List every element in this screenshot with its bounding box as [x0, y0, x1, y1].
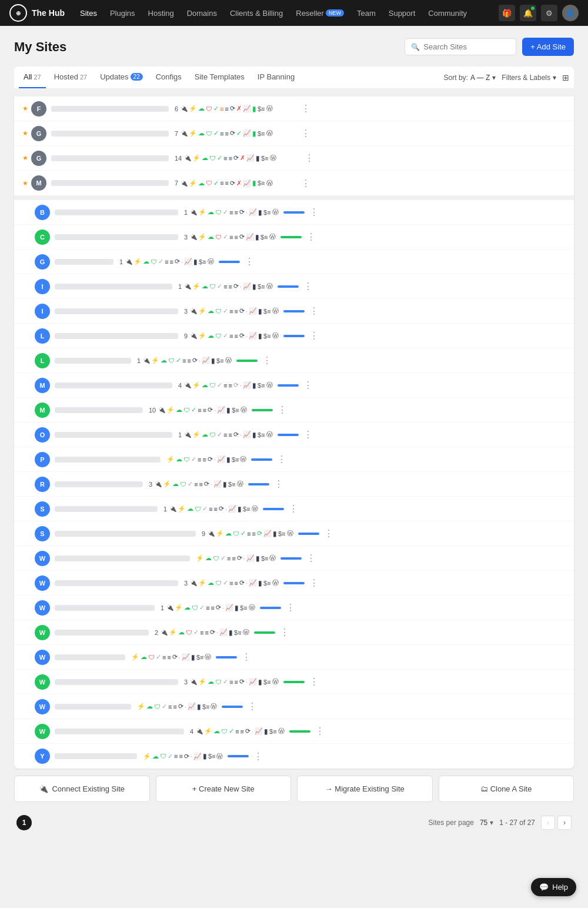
more-icon[interactable]: ⋮ — [309, 207, 319, 218]
site-name[interactable] — [55, 259, 113, 265]
site-name[interactable] — [55, 704, 131, 710]
more-icon[interactable]: ⋮ — [289, 503, 298, 514]
tab-updates[interactable]: Updates 22 — [95, 66, 148, 88]
label-bar — [254, 631, 275, 634]
more-icon[interactable]: ⋮ — [301, 178, 310, 189]
search-input[interactable] — [423, 42, 510, 51]
more-icon[interactable]: ⋮ — [242, 651, 251, 663]
connect-existing-site-button[interactable]: 🔌 Connect Existing Site — [14, 776, 150, 802]
table-row: W 3 🔌 ⚡ ☁ 🛡 ✓ ≡ ≡ ⟳ · 📈 ▮ $≡ Ⓦ — [14, 670, 574, 694]
avatar: P — [35, 452, 50, 467]
site-name[interactable] — [55, 753, 137, 759]
more-icon[interactable]: ⋮ — [245, 256, 254, 267]
avatar: F — [31, 101, 46, 117]
connect-icon: 🔌 — [39, 784, 48, 793]
more-icon[interactable]: ⋮ — [306, 231, 316, 242]
nav-clients-billing[interactable]: Clients & Billing — [224, 6, 289, 20]
avatar[interactable]: 👤 — [562, 5, 579, 21]
more-icon[interactable]: ⋮ — [305, 152, 314, 164]
topnav: ⊕ The Hub Sites Plugins Hosting Domains … — [0, 0, 588, 26]
site-name[interactable] — [55, 234, 178, 240]
grid-view-icon[interactable]: ⊞ — [562, 73, 569, 82]
filters-labels-btn[interactable]: Filters & Labels ▾ — [502, 74, 556, 82]
nav-hosting[interactable]: Hosting — [142, 6, 180, 20]
site-name[interactable] — [55, 729, 184, 734]
more-icon[interactable]: ⋮ — [324, 528, 333, 539]
site-name[interactable] — [55, 654, 125, 660]
nav-plugins[interactable]: Plugins — [104, 6, 141, 20]
tab-configs[interactable]: Configs — [151, 66, 186, 88]
more-icon[interactable]: ⋮ — [309, 577, 319, 588]
more-icon[interactable]: ⋮ — [301, 103, 310, 114]
site-icons: 9 🔌 ⚡ ☁ 🛡 ✓ ≡ ≡ ⟳ 📈 ▮ $≡ Ⓦ — [202, 529, 293, 538]
more-icon[interactable]: ⋮ — [262, 355, 272, 366]
settings-icon-btn[interactable]: ⚙ — [541, 5, 557, 21]
prev-page-button[interactable]: ‹ — [541, 816, 555, 830]
tab-site-templates[interactable]: Site Templates — [190, 66, 249, 88]
avatar: M — [35, 403, 50, 418]
site-name[interactable] — [55, 506, 158, 512]
more-icon[interactable]: ⋮ — [278, 404, 287, 415]
site-name[interactable] — [55, 556, 190, 561]
nav-domains[interactable]: Domains — [181, 6, 223, 20]
site-name[interactable] — [55, 358, 131, 364]
site-name[interactable] — [55, 308, 178, 314]
more-icon[interactable]: ⋮ — [309, 676, 319, 687]
migrate-existing-site-button[interactable]: → Migrate Existing Site — [297, 776, 433, 802]
nav-sites[interactable]: Sites — [74, 6, 103, 20]
tab-all[interactable]: All 27 — [19, 66, 46, 88]
site-name[interactable] — [55, 457, 161, 463]
tab-ip-banning[interactable]: IP Banning — [253, 66, 299, 88]
more-icon[interactable]: ⋮ — [248, 701, 257, 712]
per-page-select[interactable]: 75 ▾ — [480, 819, 493, 827]
more-icon[interactable]: ⋮ — [301, 128, 310, 139]
nav-support[interactable]: Support — [383, 6, 422, 20]
more-icon[interactable]: ⋮ — [286, 602, 295, 613]
more-icon[interactable]: ⋮ — [280, 627, 289, 638]
site-name[interactable] — [55, 432, 172, 438]
more-icon[interactable]: ⋮ — [303, 281, 313, 292]
more-icon[interactable]: ⋮ — [303, 380, 313, 391]
site-name[interactable] — [55, 580, 178, 586]
clone-site-button[interactable]: 🗂 Clone A Site — [439, 776, 574, 802]
site-name[interactable] — [55, 679, 178, 685]
site-name[interactable] — [55, 333, 178, 339]
search-box[interactable]: 🔍 — [405, 38, 516, 55]
site-name[interactable] — [51, 106, 169, 112]
site-name[interactable] — [55, 605, 155, 611]
more-icon[interactable]: ⋮ — [309, 305, 319, 317]
help-button[interactable]: 💬 Help — [531, 878, 576, 896]
nav-reseller[interactable]: Reseller NEW — [290, 6, 350, 20]
table-row: L 1 🔌 ⚡ ☁ 🛡 ✓ ≡ ≡ ⟳ · 📈 ▮ $≡ Ⓦ — [14, 348, 574, 373]
more-icon[interactable]: ⋮ — [306, 553, 316, 564]
logo[interactable]: ⊕ The Hub — [9, 4, 65, 22]
label-bar — [248, 483, 269, 485]
site-name[interactable] — [51, 180, 169, 186]
site-name[interactable] — [55, 630, 149, 636]
add-site-button[interactable]: + Add Site — [522, 38, 574, 56]
site-name[interactable] — [55, 209, 178, 215]
sort-select[interactable]: Sort by: A — Z ▾ — [444, 74, 496, 82]
next-page-button[interactable]: › — [557, 816, 572, 830]
site-name[interactable] — [55, 383, 172, 388]
tab-hosted[interactable]: Hosted 27 — [49, 66, 92, 88]
more-icon[interactable]: ⋮ — [303, 429, 313, 440]
site-name[interactable] — [55, 531, 196, 537]
nav-team[interactable]: Team — [351, 6, 382, 20]
create-new-site-button[interactable]: + Create New Site — [156, 776, 292, 802]
more-icon[interactable]: ⋮ — [253, 751, 263, 762]
more-icon[interactable]: ⋮ — [309, 330, 319, 341]
site-icons: 4 🔌 ⚡ ☁ 🛡 ✓ ≡ ≡ ⟳ · 📈 ▮ $≡ Ⓦ — [178, 381, 273, 390]
gift-icon-btn[interactable]: 🎁 — [499, 5, 515, 21]
nav-community[interactable]: Community — [422, 6, 473, 20]
site-icons: 6 🔌 ⚡ ☁ 🛡 ✓ ≡ ≡ ⟳ ✗ 📈 ▮ $≡ Ⓦ — [175, 104, 273, 113]
site-name[interactable] — [51, 131, 169, 137]
more-icon[interactable]: ⋮ — [315, 726, 325, 737]
more-icon[interactable]: ⋮ — [274, 478, 283, 490]
site-name[interactable] — [51, 155, 169, 161]
site-name[interactable] — [55, 481, 143, 487]
notification-btn[interactable]: 🔔 — [520, 5, 536, 21]
site-name[interactable] — [55, 407, 143, 413]
more-icon[interactable]: ⋮ — [277, 454, 286, 465]
site-name[interactable] — [55, 284, 172, 290]
